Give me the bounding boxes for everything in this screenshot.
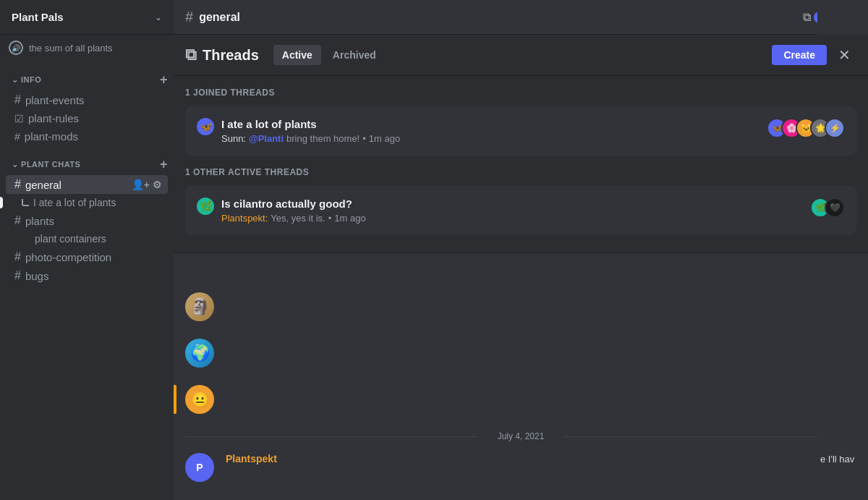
sidebar-item-plant-events[interactable]: # plant-events [6, 90, 168, 109]
message-content-4: Plantspekt [226, 453, 856, 482]
thread-time-cilantro: 1m ago [334, 213, 365, 224]
voice-channel-name: the sum of all plants [29, 43, 113, 54]
threads-panel-content: 1 JOINED THREADS 🦋 I ate a lot of plants… [174, 76, 868, 253]
check-icon: ☑ [14, 113, 24, 124]
threads-panel-label: Threads [203, 47, 259, 64]
sidebar-item-plant-containers[interactable]: plant containers [6, 230, 168, 247]
avatar-sphinx: 🗿 [185, 292, 214, 321]
avatar-globe: 🌍 [185, 339, 214, 368]
hash-alt-icon: # [14, 131, 20, 143]
tab-archived[interactable]: Archived [324, 45, 385, 65]
thread-avatars-ate-plants: 🦋 🌸 🐱 🌟 ⚡ [767, 118, 845, 138]
channel-header: # general ⧉ 2 🔔 [174, 0, 868, 35]
message-content [226, 292, 856, 321]
thread-name: I ate a lot of plants [33, 197, 116, 208]
sidebar-section-plant-chats: ⌄ PLANT CHATS + # general 👤+ ⚙ I ate a l… [0, 157, 174, 285]
message-group-3-wrapper: 😐 [185, 385, 856, 414]
section-label-info: ⌄ INFO [12, 75, 41, 85]
thread-item-info: 🦋 I ate a lot of plants Sunn: @Planti br… [197, 118, 761, 144]
thread-avatars-cilantro: 🌿 🖤 [810, 198, 845, 218]
channel-actions: 👤+ ⚙ [132, 179, 162, 190]
voice-icon: 🔊 [9, 41, 23, 55]
message-group-2: 🌍 [185, 339, 856, 368]
thread-item-body-cilantro: Is cilantro actually good? Plantspekt: Y… [221, 198, 804, 224]
thread-item-icon: 🦋 [197, 118, 214, 135]
threads-panel-icon: ⧉ [185, 46, 197, 64]
server-header[interactable]: Plant Pals ⌄ [0, 0, 174, 35]
sidebar-item-photo-competition[interactable]: # photo-competition [6, 247, 168, 266]
add-channel-icon[interactable]: + [160, 72, 168, 88]
section-header-info[interactable]: ⌄ INFO + [0, 72, 174, 90]
sidebar-item-plants[interactable]: # plants [6, 211, 168, 230]
channel-name: photo-competition [25, 251, 162, 263]
sidebar: Plant Pals ⌄ 🔊 the sum of all plants ⌄ I… [0, 0, 174, 500]
thread-preview-ate-plants: Sunn: @Planti bring them home! • 1m ago [221, 133, 761, 144]
threads-tabs: Active Archived [273, 45, 385, 65]
channel-name: general [25, 179, 127, 191]
sidebar-item-thread-ate-plants[interactable]: I ate a lot of plants [6, 194, 168, 211]
thread-name-ate-plants: I ate a lot of plants [221, 118, 761, 130]
message-group-1: 🗿 [185, 292, 856, 321]
date-label: July 4, 2021 [498, 431, 545, 441]
channel-name: plant-rules [28, 112, 162, 124]
hash-icon: # [14, 93, 21, 106]
left-border-indicator [174, 385, 176, 414]
threads-badge: 2 [814, 12, 827, 23]
threads-actions: Create ✕ [772, 43, 856, 67]
sidebar-section-info: ⌄ INFO + # plant-events ☑ plant-rules # … [0, 72, 174, 145]
main-content: # general ⧉ 2 🔔 ⧉ Threads Active Archive… [174, 0, 868, 500]
channel-name: plant containers [35, 233, 106, 245]
channel-name: bugs [25, 270, 162, 282]
channel-name: plant-events [25, 94, 162, 106]
threads-title: ⧉ Threads [185, 46, 259, 64]
thread-item-cilantro[interactable]: 🌿 Is cilantro actually good? Plantspekt:… [185, 186, 856, 235]
dot-separator: • [328, 213, 332, 224]
threads-button[interactable]: ⧉ 2 [803, 11, 827, 24]
thread-time: 1m ago [369, 133, 400, 144]
close-panel-button[interactable]: ✕ [833, 43, 856, 67]
sidebar-item-general[interactable]: # general 👤+ ⚙ [6, 175, 168, 194]
thread-author-cilantro: Plantspekt: [221, 213, 268, 224]
section-header-plant-chats[interactable]: ⌄ PLANT CHATS + [0, 157, 174, 175]
tab-active[interactable]: Active [273, 45, 321, 65]
chevron-down-icon: ⌄ [155, 12, 162, 22]
hash-icon: # [14, 178, 21, 191]
header-actions: ⧉ 2 🔔 [803, 9, 856, 26]
threads-icon: ⧉ [803, 11, 811, 24]
avatar-face: 😐 [185, 385, 214, 414]
message-group-4: P Plantspekt [185, 453, 856, 482]
settings-icon[interactable]: ⚙ [153, 179, 162, 190]
add-channel-icon[interactable]: + [160, 157, 168, 172]
add-member-icon[interactable]: 👤+ [132, 179, 150, 190]
channel-hash-icon: # [185, 9, 193, 25]
thread-mention: @Planti [249, 133, 284, 144]
active-indicator [0, 197, 3, 208]
channel-name: plant-mods [25, 130, 162, 143]
notification-icon[interactable]: 🔔 [838, 9, 856, 26]
sidebar-item-plant-mods[interactable]: # plant-mods [6, 127, 168, 145]
message-content-2 [226, 339, 856, 368]
joined-threads-label: 1 JOINED THREADS [185, 88, 856, 98]
avatar-plantspekt: P [185, 453, 214, 482]
sidebar-item-plant-rules[interactable]: ☑ plant-rules [6, 109, 168, 127]
hash-icon: # [14, 269, 21, 282]
thread-preview-text: bring them home! [286, 133, 359, 144]
section-label-plant-chats: ⌄ PLANT CHATS [12, 160, 80, 169]
thread-arrow-icon [22, 199, 29, 206]
thread-item-info: 🌿 Is cilantro actually good? Plantspekt:… [197, 198, 804, 224]
create-thread-button[interactable]: Create [772, 45, 827, 65]
thread-avatar-c2: 🖤 [825, 198, 845, 218]
server-name: Plant Pals [12, 11, 64, 23]
thread-avatar-5: ⚡ [825, 118, 845, 138]
other-threads-label: 1 OTHER ACTIVE THREADS [185, 167, 856, 177]
hash-icon: # [14, 214, 21, 227]
sidebar-item-bugs[interactable]: # bugs [6, 266, 168, 285]
thread-name-cilantro: Is cilantro actually good? [221, 198, 804, 210]
message-group-3: 😐 [185, 385, 856, 414]
thread-item-ate-plants[interactable]: 🦋 I ate a lot of plants Sunn: @Planti br… [185, 106, 856, 156]
thread-item-header: 🦋 I ate a lot of plants Sunn: @Planti br… [197, 118, 845, 144]
voice-channel[interactable]: 🔊 the sum of all plants [0, 35, 174, 61]
message-content-3 [226, 385, 856, 414]
message-author: Plantspekt [226, 453, 856, 465]
thread-item-body: I ate a lot of plants Sunn: @Planti brin… [221, 118, 761, 144]
